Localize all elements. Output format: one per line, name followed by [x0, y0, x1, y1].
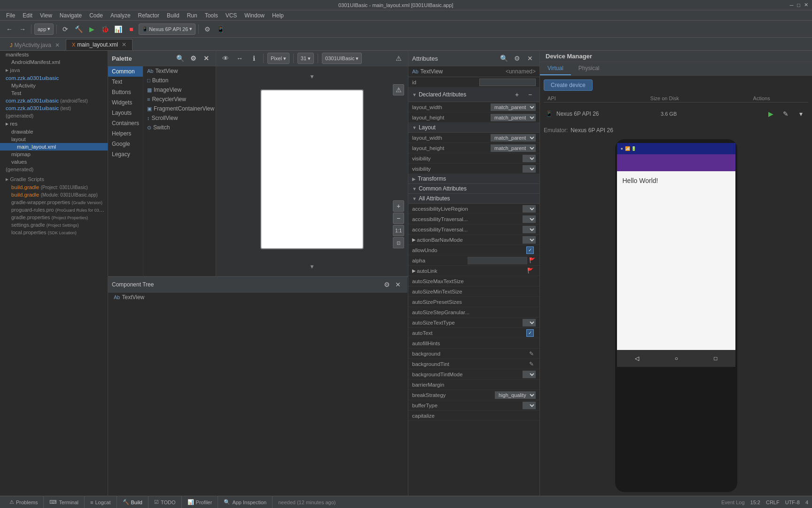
- declared-remove-icon[interactable]: −: [524, 89, 536, 100]
- ftree-main-layout-xml[interactable]: main_layout.xml: [0, 143, 108, 151]
- attr-search-icon[interactable]: 🔍: [498, 53, 509, 64]
- run-btn[interactable]: ▶: [86, 24, 97, 35]
- attr-vis-dropdown[interactable]: [523, 155, 536, 162]
- ct-close-icon[interactable]: ✕: [392, 279, 404, 290]
- max-btn[interactable]: □: [797, 2, 800, 8]
- zoom-reset-btn[interactable]: ⊡: [393, 237, 404, 248]
- attr-all-section[interactable]: ▼ All Attributes: [408, 194, 539, 204]
- attr-declared-section[interactable]: ▼ Declared Attributes + −: [408, 87, 539, 102]
- alpha-reset-icon[interactable]: 🚩: [529, 257, 536, 263]
- menu-edit[interactable]: Edit: [19, 11, 36, 20]
- attr-lw2-dropdown[interactable]: match_parent: [491, 134, 536, 142]
- app-dropdown[interactable]: app ▾: [34, 24, 54, 35]
- close-btn[interactable]: ✕: [804, 2, 808, 8]
- palette-settings-icon[interactable]: ⚙: [187, 53, 199, 64]
- canvas-arrow-icon[interactable]: ↔: [234, 53, 245, 64]
- ftree-myactivity[interactable]: MyActivity: [0, 82, 108, 89]
- debug-btn[interactable]: 🐞: [99, 24, 110, 35]
- palette-search-icon[interactable]: 🔍: [174, 53, 186, 64]
- menu-help[interactable]: Help: [269, 11, 287, 20]
- attr-bgtm-dropdown[interactable]: [523, 371, 536, 378]
- menu-tools[interactable]: Tools: [202, 11, 221, 20]
- statusbar-build[interactable]: 🔨 Build: [117, 496, 148, 508]
- ftree-values[interactable]: values: [0, 158, 108, 166]
- zoom-out-btn[interactable]: −: [393, 213, 404, 224]
- attr-layout-section[interactable]: ▼ Layout: [408, 123, 539, 133]
- menu-view[interactable]: View: [37, 11, 55, 20]
- statusbar-profiler[interactable]: 📊 Profiler: [182, 496, 219, 508]
- pixel-dropdown[interactable]: Pixel ▾: [267, 53, 289, 64]
- ftree-manifests[interactable]: manifests: [0, 51, 108, 58]
- ftree-com2[interactable]: com.zzk.a0301uibasic (androidTest): [0, 97, 108, 104]
- allow-undo-checkbox[interactable]: ✓: [526, 246, 534, 254]
- nav-home[interactable]: ○: [675, 355, 678, 362]
- avd-manager-btn[interactable]: 📱: [215, 24, 226, 35]
- attr-alpha-input[interactable]: [468, 257, 528, 264]
- zoom-fit-btn[interactable]: 1:1: [393, 225, 404, 236]
- dm-more-btn[interactable]: ▾: [795, 108, 806, 119]
- sdk-manager-btn[interactable]: ⚙: [202, 24, 213, 35]
- ftree-settings-gradle[interactable]: settings.gradle (Project Settings): [0, 221, 108, 229]
- background-edit-icon[interactable]: ✎: [529, 350, 534, 357]
- attr-abn-dropdown[interactable]: [523, 236, 536, 244]
- statusbar-problems[interactable]: ⚠ Problems: [4, 496, 44, 508]
- nav-recents[interactable]: □: [714, 355, 717, 362]
- attr-lh-dropdown[interactable]: match_parent: [491, 114, 536, 121]
- dm-tab-physical[interactable]: Physical: [571, 62, 607, 75]
- statusbar-app-inspection[interactable]: 🔍 App Inspection: [218, 496, 273, 508]
- attr-transforms-section[interactable]: ▶ Transforms: [408, 174, 539, 184]
- statusbar-todo[interactable]: ☑ TODO: [148, 496, 182, 508]
- ftree-build-gradle2[interactable]: build.gradle (Module: 0301UIBasic.app): [0, 191, 108, 198]
- nav-back[interactable]: ◁: [635, 355, 639, 362]
- pal-cat-layouts[interactable]: Layouts: [108, 108, 143, 118]
- ftree-build-gradle1[interactable]: build.gradle (Project: 0301UIBasic): [0, 183, 108, 191]
- create-device-btn[interactable]: Create device: [544, 79, 593, 91]
- canvas-info-icon[interactable]: ℹ: [248, 53, 259, 64]
- pal-item-button[interactable]: □ Button: [143, 76, 218, 85]
- attr-vis2-dropdown[interactable]: [523, 165, 536, 173]
- menu-run[interactable]: Run: [184, 11, 201, 20]
- tab-myactivity[interactable]: J MyActivity.java ✕: [4, 40, 66, 50]
- attr-lh2-dropdown[interactable]: match_parent: [491, 144, 536, 152]
- sync-btn[interactable]: ⟳: [60, 24, 71, 35]
- menu-code[interactable]: Code: [86, 11, 106, 20]
- pal-cat-containers[interactable]: Containers: [108, 118, 143, 128]
- attr-close-icon[interactable]: ✕: [524, 53, 536, 64]
- ftree-com3[interactable]: com.zzk.a0301uibasic (test): [0, 104, 108, 112]
- autotext-checkbox[interactable]: ✓: [526, 329, 534, 337]
- attr-common-section[interactable]: ▼ Common Attributes: [408, 184, 539, 194]
- attr-at1-dropdown[interactable]: [523, 215, 536, 223]
- canvas-eye-icon[interactable]: 👁: [220, 53, 231, 64]
- error-btn[interactable]: ⚠: [393, 84, 404, 95]
- ct-settings-icon[interactable]: ⚙: [381, 279, 392, 290]
- stop-btn[interactable]: ■: [125, 24, 137, 35]
- forward-btn[interactable]: →: [17, 24, 28, 35]
- pal-item-scrollview[interactable]: ↕ ScrollView: [143, 113, 218, 123]
- bg-tint-edit-icon[interactable]: ✎: [529, 361, 534, 367]
- ftree-com-zzk[interactable]: com.zzk.a0301uibasic: [0, 74, 108, 82]
- ct-item-textview[interactable]: Ab TextView: [108, 293, 407, 302]
- dm-edit-btn[interactable]: ✎: [780, 108, 791, 119]
- menu-refactor[interactable]: Refactor: [135, 11, 163, 20]
- pal-cat-legacy[interactable]: Legacy: [108, 149, 143, 159]
- attr-id-input[interactable]: [479, 79, 536, 86]
- pal-item-textview[interactable]: Ab TextView: [143, 66, 218, 76]
- ftree-drawable[interactable]: drawable: [0, 128, 108, 135]
- pal-cat-buttons[interactable]: Buttons: [108, 87, 143, 97]
- dm-play-btn[interactable]: ▶: [765, 108, 776, 119]
- ftree-androidmanifest[interactable]: AndroidManifest.xml: [0, 58, 108, 66]
- attr-astt-dropdown[interactable]: [523, 319, 536, 326]
- back-btn[interactable]: ←: [4, 24, 15, 35]
- ftree-test[interactable]: Test: [0, 89, 108, 97]
- menu-navigate[interactable]: Navigate: [56, 11, 85, 20]
- ftree-gradle-scripts[interactable]: ▸ Gradle Scripts: [0, 175, 108, 183]
- ftree-res[interactable]: ▸ res: [0, 119, 108, 128]
- tab-mainlayout[interactable]: X main_layout.xml ✕: [66, 39, 133, 50]
- pal-cat-common[interactable]: Common: [108, 66, 143, 77]
- ftree-layout[interactable]: layout: [0, 135, 108, 143]
- attr-bs-dropdown[interactable]: high_quality: [495, 391, 536, 399]
- statusbar-terminal[interactable]: ⌨ Terminal: [44, 496, 85, 508]
- attr-alr-dropdown[interactable]: [523, 205, 536, 213]
- build-btn[interactable]: 🔨: [73, 24, 84, 35]
- pal-item-switch[interactable]: ⊙ Switch: [143, 123, 218, 132]
